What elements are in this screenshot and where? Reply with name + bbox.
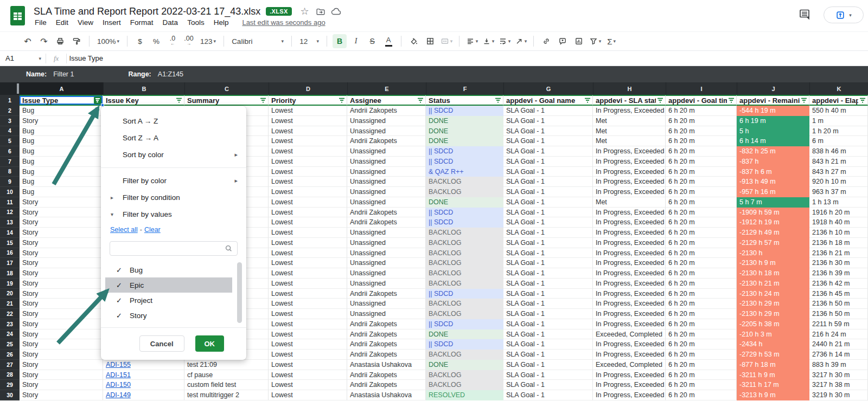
cell-d27[interactable]: Lowest	[269, 360, 347, 370]
cell-a21[interactable]: Story	[20, 299, 103, 309]
cell-j17[interactable]: -2130 h 9 m	[737, 258, 809, 268]
header-cell-c1[interactable]: Summary	[184, 95, 269, 106]
undo-button[interactable]: ↶	[21, 34, 35, 48]
cell-j22[interactable]: -2130 h 29 m	[737, 309, 809, 319]
cell-b28[interactable]: ADI-151	[103, 370, 184, 380]
fill-color-button[interactable]	[407, 34, 421, 48]
cell-e12[interactable]: Andrii Zakopets	[347, 208, 426, 218]
cell-k3[interactable]: 1 m	[809, 116, 868, 126]
cell-k14[interactable]: 2136 h 10 m	[809, 228, 868, 238]
format-percent-button[interactable]: %	[149, 34, 163, 48]
cell-e3[interactable]: Unassigned	[347, 116, 426, 126]
menu-insert[interactable]: Insert	[103, 18, 121, 27]
issue-key-link[interactable]: ADI-151	[106, 371, 131, 379]
cell-i12[interactable]: 6 h 20 m	[666, 208, 737, 218]
cell-f18[interactable]: BACKLOG	[426, 268, 503, 279]
comment-history-icon[interactable]	[798, 8, 812, 23]
header-cell-j1[interactable]: appdevi - Remaining	[737, 95, 809, 106]
menu-item-sort-by-color[interactable]: Sort by color▸	[101, 146, 246, 163]
cell-h6[interactable]: In Progress, Exceeded	[593, 146, 666, 157]
cell-i25[interactable]: 6 h 20 m	[666, 339, 737, 350]
cell-a19[interactable]: Story	[20, 279, 103, 289]
select-all-link[interactable]: Select all	[110, 226, 138, 234]
row-number[interactable]: 13	[0, 217, 20, 228]
more-formats-button[interactable]: 123▾	[198, 34, 218, 48]
column-header-b[interactable]: B	[103, 82, 184, 95]
bold-button[interactable]: B	[333, 34, 347, 48]
filter-icon[interactable]	[727, 98, 735, 104]
cell-a4[interactable]: Bug	[20, 126, 103, 137]
row-number[interactable]: 10	[0, 187, 20, 197]
header-cell-e1[interactable]: Assignee	[347, 95, 426, 106]
cell-g2[interactable]: SLA Goal - 1	[503, 106, 593, 116]
cell-k4[interactable]: 1 h 20 m	[809, 126, 868, 137]
cell-h10[interactable]: In Progress, Exceeded	[593, 187, 666, 197]
cell-d30[interactable]: Lowest	[269, 390, 347, 400]
row-number[interactable]: 12	[0, 208, 20, 218]
cell-h21[interactable]: In Progress, Exceeded	[593, 299, 666, 309]
cell-g9[interactable]: SLA Goal - 1	[503, 177, 593, 187]
cell-f5[interactable]: DONE	[426, 136, 503, 146]
cell-i26[interactable]: 6 h 20 m	[666, 350, 737, 360]
cell-d29[interactable]: Lowest	[269, 380, 347, 390]
active-filter-icon[interactable]	[93, 96, 101, 104]
cell-d13[interactable]: Lowest	[269, 217, 347, 228]
cell-f15[interactable]: BACKLOG	[426, 238, 503, 248]
filter-icon[interactable]	[494, 98, 502, 104]
cell-a28[interactable]: Story	[20, 370, 103, 380]
cell-d19[interactable]: Lowest	[269, 279, 347, 289]
cell-a14[interactable]: Story	[20, 228, 103, 238]
insert-link-button[interactable]	[539, 34, 553, 48]
cell-d25[interactable]: Lowest	[269, 339, 347, 350]
cell-k30[interactable]: 3219 h 30 m	[809, 390, 868, 400]
row-number[interactable]: 18	[0, 268, 20, 279]
cell-b30[interactable]: ADI-149	[103, 390, 184, 400]
cell-h5[interactable]: Met	[593, 136, 666, 146]
cell-g13[interactable]: SLA Goal - 1	[503, 217, 593, 228]
menu-help[interactable]: Help	[214, 18, 229, 27]
cell-k25[interactable]: 2440 h 21 m	[809, 339, 868, 350]
italic-button[interactable]: I	[349, 34, 363, 48]
cell-i9[interactable]: 6 h 20 m	[666, 177, 737, 187]
row-number[interactable]: 16	[0, 248, 20, 258]
cell-j10[interactable]: -957 h 16 m	[737, 187, 809, 197]
row-number[interactable]: 19	[0, 279, 20, 289]
cell-e29[interactable]: Andrii Zakopets	[347, 380, 426, 390]
menu-item-sort-a-z[interactable]: Sort A → Z	[101, 113, 246, 130]
cell-j27[interactable]: -877 h 18 m	[737, 360, 809, 370]
row-number[interactable]: 29	[0, 380, 20, 390]
filter-value-story[interactable]: ✓Story	[105, 308, 232, 323]
filter-value-project[interactable]: ✓Project	[105, 293, 232, 308]
filter-icon[interactable]	[259, 98, 267, 104]
share-dropdown-icon[interactable]: ▾	[849, 12, 852, 18]
cell-f30[interactable]: RESOLVED	[426, 390, 503, 400]
cell-d8[interactable]: Lowest	[269, 167, 347, 177]
cell-c30[interactable]: test multitrigger 2	[184, 390, 269, 400]
cell-f4[interactable]: DONE	[426, 126, 503, 137]
cell-k7[interactable]: 843 h 21 m	[809, 157, 868, 167]
cell-a29[interactable]: Story	[20, 380, 103, 390]
cell-k5[interactable]: 6 m	[809, 136, 868, 146]
cell-d7[interactable]: Lowest	[269, 157, 347, 167]
cell-k29[interactable]: 3217 h 38 m	[809, 380, 868, 390]
cell-g10[interactable]: SLA Goal - 1	[503, 187, 593, 197]
cell-f8[interactable]: & QAZ R++	[426, 167, 503, 177]
cell-g15[interactable]: SLA Goal - 1	[503, 238, 593, 248]
cell-f27[interactable]: DONE	[426, 360, 503, 370]
cell-i14[interactable]: 6 h 20 m	[666, 228, 737, 238]
cell-h8[interactable]: In Progress, Exceeded	[593, 167, 666, 177]
row-number[interactable]: 5	[0, 136, 20, 146]
row-number[interactable]: 4	[0, 126, 20, 137]
cell-g7[interactable]: SLA Goal - 1	[503, 157, 593, 167]
cell-j20[interactable]: -2130 h 24 m	[737, 289, 809, 299]
cell-f2[interactable]: || SDCD	[426, 106, 503, 116]
cell-j3[interactable]: 6 h 19 m	[737, 116, 809, 126]
cell-i2[interactable]: 6 h 20 m	[666, 106, 737, 116]
cell-j6[interactable]: -832 h 25 m	[737, 146, 809, 157]
cell-k19[interactable]: 2136 h 42 m	[809, 279, 868, 289]
cell-h29[interactable]: In Progress, Exceeded	[593, 380, 666, 390]
row-number[interactable]: 17	[0, 258, 20, 268]
cell-j26[interactable]: -2729 h 53 m	[737, 350, 809, 360]
cell-f22[interactable]: BACKLOG	[426, 309, 503, 319]
text-color-button[interactable]: A	[381, 34, 395, 48]
